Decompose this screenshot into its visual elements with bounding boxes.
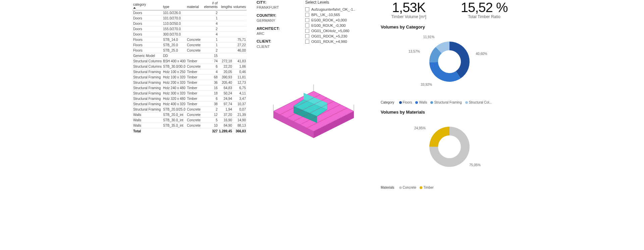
col-lengths[interactable]: lengths [218, 0, 233, 10]
table-row[interactable]: Structural FramingHolz 240 x 480Timber16… [132, 85, 247, 91]
table-row[interactable]: WallsSTB_35.0_intConcrete1084,9088,13 [132, 123, 247, 128]
city-label: CITY: [257, 0, 297, 5]
table-row[interactable]: Structural FramingHolz 300 x 320Timber18… [132, 91, 247, 96]
table-row[interactable]: Structural FramingSTB_20.0/25.0Concrete2… [132, 107, 247, 112]
legend-dot-icon [465, 101, 468, 104]
level-item[interactable]: Aufzugsunterfahrt_OK_-1.. [305, 7, 371, 12]
donut-pct-label: 33,92% [421, 83, 432, 86]
checkbox-icon[interactable] [305, 18, 309, 22]
table-row[interactable]: Structural FramingHolz 200 x 320Timber36… [132, 80, 247, 85]
legend-dot-icon [430, 101, 433, 104]
elements-table[interactable]: category type material # of elements len… [132, 0, 247, 189]
legend-dot-icon [420, 186, 422, 189]
levels-title: Select Levels [305, 0, 371, 5]
col-type[interactable]: type [162, 0, 186, 10]
legend-entry[interactable]: Structural Col... [465, 101, 492, 104]
table-row[interactable]: Generic ModelDD15 [132, 53, 247, 59]
level-item[interactable]: OG01_OKHolz_+5,080 [305, 28, 371, 34]
legend-entry[interactable]: Floors [399, 101, 412, 104]
table-total-row: Total 327 1.289,45 366,83 [132, 128, 247, 134]
table-row[interactable]: FloorsSTB_20.0Concrete127,22 [132, 43, 247, 48]
col-elements[interactable]: # of elements [201, 0, 218, 10]
table-row[interactable]: Structural FramingHolz 100 x 320Timber68… [132, 75, 247, 80]
chart2-title: Volumes by Materials [381, 110, 518, 115]
table-row[interactable]: Structural FramingHolz 100 x 250Timber42… [132, 69, 247, 75]
levels-slicer[interactable]: Select Levels Aufzugsunterfahrt_OK_-1..B… [305, 0, 371, 49]
client-label: CLIENT: [257, 39, 297, 44]
country-label: COUNTRY: [257, 13, 297, 18]
table-row[interactable]: Doors110.0/250.04 [132, 21, 247, 26]
legend-entry[interactable]: Concrete [399, 186, 417, 189]
chart1-title: Volumes by Category [381, 24, 518, 29]
model-3d-view[interactable] [260, 61, 367, 148]
table-row[interactable]: Doors101.0/226.02 [132, 10, 247, 16]
kpi-timber-ratio-value: 15,52 % [461, 0, 508, 15]
checkbox-icon[interactable] [305, 23, 309, 27]
table-row[interactable]: Structural FramingHolz 320 x 480Timber62… [132, 96, 247, 102]
donut-pct-label: 75,05% [469, 163, 481, 167]
donut-category[interactable]: 40,60%33,92%13,57%11,91% [381, 32, 518, 99]
total-elements: 327 [201, 128, 218, 134]
donut-slice[interactable] [429, 62, 461, 82]
legend-materials[interactable]: MaterialsConcreteTimber [381, 186, 518, 189]
table-row[interactable]: FloorsSTB_25.0Concrete246,00 [132, 48, 247, 53]
table-row[interactable]: Structural ColumnsBSH 400 x 400Timber742… [132, 59, 247, 64]
kpi-timber-volume-value: 1,53K [391, 0, 426, 15]
level-item[interactable]: OG01_RDOK_+5,230 [305, 34, 371, 39]
donut-materials[interactable]: 75,05%24,95% [381, 117, 518, 184]
architect-value: ARC [257, 31, 297, 36]
project-info: CITY: FRANKFURT COUNTRY: GERMANY ARCHITE… [257, 0, 297, 49]
donut-pct-label: 24,95% [414, 126, 426, 130]
kpi-timber-ratio: 15,52 % Total Timber Ratio [461, 0, 508, 19]
architect-label: ARCHITECT: [257, 26, 297, 31]
total-lengths: 1.289,45 [218, 128, 233, 134]
level-item[interactable]: BPL_UK_-10,565 [305, 12, 371, 17]
checkbox-icon[interactable] [305, 13, 309, 17]
table-row[interactable]: Structural FramingHolz 400 x 320Timber38… [132, 102, 247, 107]
client-value: CLIENT [257, 44, 297, 49]
checkbox-icon[interactable] [305, 7, 309, 11]
table-row[interactable]: WallsSTB_30.0_intConcrete516,9014,90 [132, 118, 247, 123]
donut-pct-label: 40,60% [476, 52, 487, 56]
level-item[interactable]: EG00_RDOK_+0,000 [305, 17, 371, 23]
table-header-row: category type material # of elements len… [132, 0, 247, 10]
country-value: GERMANY [257, 18, 297, 23]
level-item[interactable]: EG00_RDUK_-0,300 [305, 23, 371, 28]
table-row[interactable]: FloorsSTB_14.0Concrete175,71 [132, 37, 247, 43]
kpi-timber-volume-label: Timber Volume [m³] [391, 14, 426, 19]
legend-category[interactable]: CategoryFloorsWallsStructural FramingStr… [381, 101, 518, 104]
checkbox-icon[interactable] [305, 29, 309, 33]
table-row[interactable]: Structural ColumnsSTB_30.0/30.0Concrete6… [132, 64, 247, 69]
table-row[interactable]: WallsSTB_20.0_intConcrete1237,2021,39 [132, 112, 247, 118]
total-label: Total [132, 128, 201, 134]
legend-entry[interactable]: Walls [415, 101, 427, 104]
level-item[interactable]: OG01_RDUK_+4,980 [305, 39, 371, 44]
total-volumes: 366,83 [233, 128, 247, 134]
checkbox-icon[interactable] [305, 40, 309, 44]
donut-slice[interactable] [429, 127, 449, 147]
col-category[interactable]: category [132, 0, 162, 10]
kpi-timber-volume: 1,53K Timber Volume [m³] [391, 0, 426, 19]
legend-entry[interactable]: Structural Framing [430, 101, 462, 104]
donut-pct-label: 13,57% [409, 50, 420, 53]
legend-dot-icon [415, 101, 418, 104]
legend-dot-icon [399, 186, 402, 189]
legend-dot-icon [399, 101, 402, 104]
table-row[interactable]: Doors101.0/270.01 [132, 16, 247, 21]
table-row[interactable]: Doors155.0/270.02 [132, 26, 247, 32]
city-value: FRANKFURT [257, 5, 297, 10]
legend-entry[interactable]: Timber [420, 186, 434, 189]
col-material[interactable]: material [186, 0, 201, 10]
table-row[interactable]: Doors300.0/270.04 [132, 32, 247, 37]
col-volumes[interactable]: volumes [233, 0, 247, 10]
checkbox-icon[interactable] [305, 34, 309, 38]
donut-pct-label: 11,91% [423, 35, 434, 39]
kpi-timber-ratio-label: Total Timber Ratio [461, 14, 508, 19]
